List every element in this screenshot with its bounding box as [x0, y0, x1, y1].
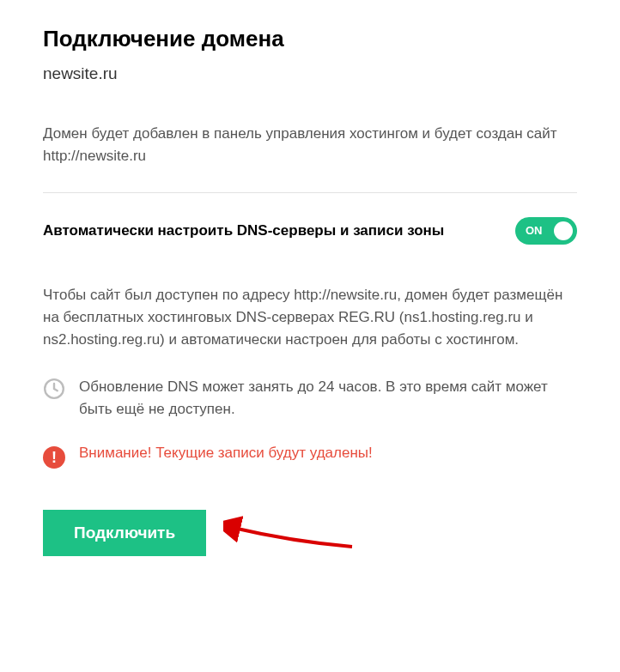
toggle-knob — [554, 221, 573, 240]
domain-name: newsite.ru — [43, 64, 577, 83]
warning-notice-text: Внимание! Текущие записи будут удалены! — [79, 445, 373, 462]
dns-toggle[interactable]: ON — [515, 217, 577, 245]
clock-icon — [43, 378, 65, 400]
divider — [43, 192, 577, 193]
warning-icon: ! — [43, 446, 65, 469]
warning-notice: ! Внимание! Текущие записи будут удалены… — [43, 445, 577, 469]
arrow-annotation-icon — [223, 516, 361, 550]
time-notice: Обновление DNS может занять до 24 часов.… — [43, 376, 577, 421]
connect-button[interactable]: Подключить — [43, 510, 206, 556]
description-text: Домен будет добавлен в панель управления… — [43, 123, 577, 168]
page-title: Подключение домена — [43, 26, 577, 52]
dns-toggle-row: Автоматически настроить DNS-серверы и за… — [43, 217, 577, 245]
button-row: Подключить — [43, 510, 577, 556]
dns-info-text: Чтобы сайт был доступен по адресу http:/… — [43, 284, 577, 352]
dns-toggle-label: Автоматически настроить DNS-серверы и за… — [43, 222, 444, 239]
toggle-state-text: ON — [526, 224, 543, 237]
time-notice-text: Обновление DNS может занять до 24 часов.… — [79, 376, 577, 421]
